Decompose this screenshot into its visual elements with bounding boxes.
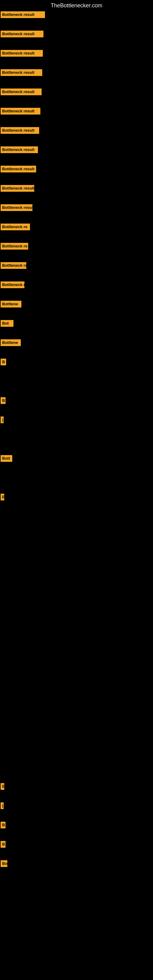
bottleneck-bar: Bottleneck result bbox=[1, 50, 43, 57]
bottleneck-bar: Bottleneck result bbox=[1, 146, 38, 153]
bottleneck-bar: Bottleneck re bbox=[1, 262, 26, 269]
bottleneck-bar: | bbox=[1, 417, 4, 423]
bottleneck-bar: Bottleneck re bbox=[1, 243, 28, 250]
bottleneck-bar: Bottleneck result bbox=[1, 204, 32, 211]
bottleneck-bar: Bottleneck re bbox=[1, 224, 30, 230]
bottleneck-bar: Bottleneck r bbox=[1, 282, 24, 288]
bottleneck-bar: Bottleneck result bbox=[1, 11, 45, 18]
bottleneck-bar: Bottleneck result bbox=[1, 69, 42, 76]
bottleneck-bar: Bottleneck result bbox=[1, 185, 34, 192]
bottleneck-bar: E bbox=[1, 783, 4, 790]
bottleneck-bar: Bott bbox=[1, 455, 12, 462]
site-title: TheBottlenecker.com bbox=[0, 0, 153, 11]
bottleneck-bar: Bottleneck result bbox=[1, 127, 39, 134]
bottleneck-bar: Bo bbox=[1, 860, 7, 867]
bottleneck-bar: B bbox=[1, 397, 5, 404]
bottleneck-bar: Bottlene bbox=[1, 301, 21, 307]
bottleneck-bar: Bottleneck result bbox=[1, 166, 36, 172]
bottleneck-bar: Bottleneck result bbox=[1, 89, 41, 95]
bottleneck-bar: E bbox=[1, 494, 4, 500]
bottleneck-bar: Bottleneck result bbox=[1, 30, 43, 37]
bottleneck-bar: B bbox=[1, 822, 5, 829]
bottleneck-bar: Bottleneck result bbox=[1, 108, 40, 115]
bottleneck-bar: | bbox=[1, 802, 4, 809]
bottleneck-bar: B bbox=[1, 359, 6, 365]
bottleneck-bar: B bbox=[1, 841, 5, 848]
bottleneck-bar: Bottlene bbox=[1, 339, 21, 346]
bottleneck-bar: Bot bbox=[1, 320, 13, 327]
